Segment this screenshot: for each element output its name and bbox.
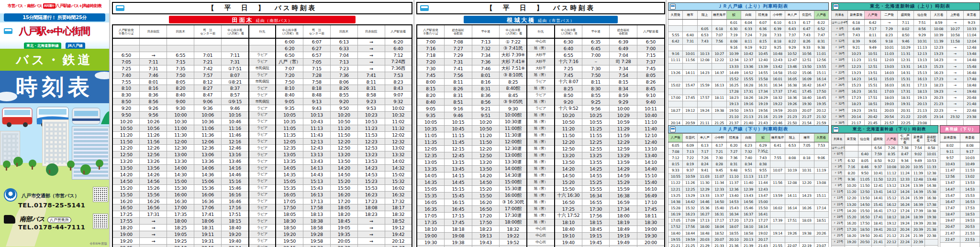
time-cell: 20:12 bbox=[385, 237, 412, 244]
time-cell: 8:39 bbox=[848, 38, 864, 44]
time-cell: 10:15 bbox=[445, 118, 472, 125]
timetable-row: 8:158:198:248:288:318:348:38 bbox=[668, 161, 829, 167]
column-header: 東京着 bbox=[963, 11, 980, 20]
ou-line-down-title: 奥羽線（下り） bbox=[942, 127, 980, 132]
time-cell: 11:25 bbox=[582, 125, 610, 132]
time-cell: 9:06 bbox=[864, 38, 880, 44]
time-cell: 13:24 bbox=[898, 183, 912, 189]
time-cell: 11:19 bbox=[814, 167, 828, 173]
time-cell: 19:19 bbox=[610, 232, 637, 239]
time-cell: 8:46 bbox=[858, 164, 871, 170]
time-cell: 18:49 bbox=[610, 226, 637, 232]
time-cell: 7:50 bbox=[167, 72, 194, 78]
time-cell: 18:53 bbox=[960, 211, 980, 217]
time-cell: 14:51 bbox=[864, 76, 880, 82]
time-cell: 15:10 bbox=[637, 172, 665, 179]
time-cell: → bbox=[140, 237, 167, 244]
time-cell: 18:40 bbox=[555, 226, 582, 232]
timetable-row: 7:087:137:177:217:277:327:35止 bbox=[668, 149, 829, 155]
time-cell: 12:47 bbox=[785, 57, 799, 63]
time-cell: 14:35 bbox=[276, 172, 303, 178]
timetable-row: 〃 97号6:407:598:358:479:0210:01 bbox=[832, 151, 938, 157]
time-cell: 19:58 bbox=[303, 237, 330, 244]
time-cell: 7:30 bbox=[712, 155, 726, 161]
time-cell: 八戸（営） bbox=[276, 58, 303, 65]
time-cell: 10:56 bbox=[140, 125, 167, 131]
time-cell: 14:23 bbox=[800, 193, 814, 199]
time-cell: 14:05 bbox=[417, 172, 445, 179]
time-cell: 15:02 bbox=[668, 82, 683, 88]
time-cell: 7:07 bbox=[276, 65, 303, 72]
shinkansen-down-title: 東北・北海道新幹線（下り）時刻表 bbox=[841, 127, 938, 132]
time-cell: 14:00 bbox=[167, 165, 194, 172]
time-cell: 16:37 bbox=[741, 211, 756, 217]
time-cell: 9:16 bbox=[726, 44, 741, 51]
time-cell: 14:15 bbox=[445, 172, 472, 179]
time-cell: → bbox=[140, 244, 167, 247]
time-cell: 11:37 bbox=[726, 180, 741, 186]
time-cell: 19:14 bbox=[770, 230, 785, 236]
time-cell: 8:11 bbox=[741, 38, 756, 44]
time-cell: 8:55 bbox=[582, 92, 610, 98]
time-cell: 7:30 bbox=[417, 65, 445, 72]
time-cell: 8:00 bbox=[417, 78, 445, 85]
time-cell: 17:15 bbox=[445, 212, 472, 219]
time-cell: 17:00 bbox=[668, 95, 683, 101]
timetable-row: 18:2719:1219:2419:3819:5019:5319:5619:59… bbox=[668, 107, 829, 113]
time-cell: 20:24 bbox=[845, 246, 858, 247]
time-cell: 8:01 bbox=[472, 72, 500, 78]
time-cell: 17:39 bbox=[912, 208, 925, 214]
time-cell: 10:53 bbox=[357, 118, 385, 125]
time-cell: 10:20 bbox=[845, 183, 858, 189]
time-cell: 18:06 bbox=[194, 218, 222, 225]
time-cell: 16:35 bbox=[417, 205, 445, 212]
time-cell: 16:25 bbox=[726, 82, 741, 88]
time-cell: 9:36 bbox=[845, 176, 858, 183]
time-cell bbox=[668, 76, 683, 82]
time-cell: 6:57 bbox=[303, 52, 330, 58]
time-cell: 15:31 bbox=[897, 76, 913, 82]
timetable-row: 18:1018:1818:2318:32中心街18:4018:4518:4919… bbox=[417, 226, 665, 232]
time-cell: ③ 7:41民 bbox=[500, 45, 527, 52]
time-cell: 11:58 bbox=[947, 38, 963, 44]
time-cell: 12:53 bbox=[357, 145, 385, 151]
time-cell: 18:20 bbox=[845, 233, 858, 239]
time-cell bbox=[858, 145, 871, 151]
time-cell: 6:18 bbox=[712, 26, 726, 32]
time-cell: 12:50 bbox=[858, 189, 871, 195]
timetable-row: 〃 7号9:3611:0511:5012:2112:3312:4813:48 bbox=[832, 176, 938, 183]
time-cell: 13:25 bbox=[668, 193, 683, 199]
time-cell: 6:45 bbox=[582, 45, 610, 52]
time-cell: 16:34 bbox=[582, 192, 610, 199]
time-cell: 9:35 bbox=[276, 105, 303, 112]
time-cell: 10:39 bbox=[930, 32, 947, 38]
time-cell bbox=[800, 199, 814, 205]
timetable-row: 11:5011:5612:0012:0612:16ラピア12:0512:1312… bbox=[112, 138, 412, 145]
time-cell: 17:53 bbox=[960, 205, 980, 211]
time-cell: 11:00 bbox=[167, 125, 194, 131]
time-cell: 11:47 bbox=[940, 167, 960, 173]
time-cell bbox=[814, 224, 828, 230]
time-cell: 15:48 bbox=[963, 63, 980, 69]
time-cell bbox=[785, 186, 799, 192]
time-cell: 6:07 bbox=[303, 38, 330, 45]
time-cell: → bbox=[357, 65, 385, 72]
time-cell: 7:29 bbox=[445, 52, 472, 58]
time-cell: 6:50 bbox=[112, 52, 140, 58]
time-cell: 12:10 bbox=[637, 132, 665, 139]
time-cell: 12:33 bbox=[898, 176, 912, 183]
time-cell: 19:50 bbox=[276, 237, 303, 244]
time-cell: 6:53 bbox=[785, 142, 799, 149]
timetable-row: 19:1319:1619:1919:2219:2619:3019:35 bbox=[668, 101, 829, 107]
time-cell: 10:23 bbox=[848, 51, 864, 57]
time-cell: 6:52 bbox=[814, 26, 828, 32]
time-cell bbox=[785, 224, 799, 230]
time-cell: 8:20 bbox=[845, 170, 858, 176]
time-cell: 15:11 bbox=[814, 193, 828, 199]
time-cell: 10:20 bbox=[112, 118, 140, 125]
time-cell: 17:14 bbox=[814, 205, 828, 211]
time-cell: 18:23 bbox=[726, 95, 741, 101]
time-cell: 8:36 bbox=[472, 92, 500, 98]
time-cell: 11:56 bbox=[140, 138, 167, 145]
column-header: 鮫 bbox=[756, 134, 770, 142]
